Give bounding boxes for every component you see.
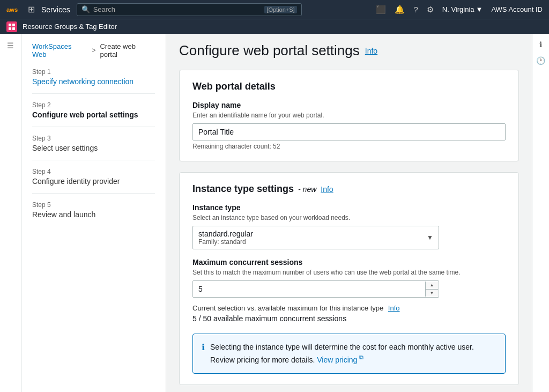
region-selector[interactable]: N. Virginia ▼ — [442, 5, 483, 13]
instance-info-link[interactable]: Info — [321, 185, 333, 194]
instance-type-select-wrapper: standard.regular Family: standard ▼ — [192, 226, 439, 249]
step-3-label: Step 3 — [32, 135, 155, 142]
settings-icon[interactable]: ⚙ — [427, 5, 434, 14]
help-icon[interactable]: ? — [413, 5, 418, 14]
current-selection-prefix: Current selection vs. available maximum … — [192, 304, 383, 312]
svg-rect-4 — [12, 27, 15, 30]
view-pricing-link[interactable]: View pricing ⧉ — [317, 356, 363, 364]
terminal-icon[interactable]: ⬛ — [376, 5, 386, 14]
right-panel: ℹ 🕐 — [532, 34, 549, 392]
step-item-4: Step 4 Configure identity provider — [32, 168, 155, 194]
step-3-name: Select user settings — [32, 144, 155, 152]
breadcrumb-current: Create web portal — [100, 42, 155, 58]
current-selection-row: Current selection vs. available maximum … — [192, 304, 506, 312]
select-value: standard.regular — [198, 230, 253, 238]
max-sessions-section: Maximum concurrent sessions Set this to … — [192, 258, 506, 298]
info-box-text: Selecting the instance type will determi… — [210, 342, 496, 366]
page-info-link[interactable]: Info — [365, 47, 377, 55]
web-portal-details-card: Web portal details Display name Enter an… — [179, 70, 519, 161]
step-2-label: Step 2 — [32, 101, 155, 109]
info-box: ℹ Selecting the instance type will deter… — [192, 334, 506, 374]
page-title-row: Configure web portal settings Info — [179, 42, 519, 59]
char-count: Remaining character count: 52 — [192, 143, 506, 150]
step-4-label: Step 4 — [32, 168, 155, 175]
breadcrumb-parent[interactable]: WorkSpaces Web — [32, 42, 87, 58]
step-5-label: Step 5 — [32, 201, 155, 209]
instance-type-label: Instance type — [192, 203, 506, 212]
available-count: 5 / 50 available maximum concurrent sess… — [192, 314, 506, 323]
search-shortcut: [Option+S] — [264, 6, 296, 13]
step-item-2: Step 2 Configure web portal settings — [32, 101, 155, 127]
breadcrumb-separator: > — [92, 47, 95, 54]
instance-card-title: Instance type settings — [192, 183, 294, 195]
web-portal-details-title: Web portal details — [192, 81, 506, 92]
region-chevron: ▼ — [476, 5, 483, 13]
stepper-up-button[interactable]: ▲ — [426, 282, 438, 290]
external-link-icon: ⧉ — [359, 354, 363, 360]
select-sub: Family: standard — [198, 238, 253, 246]
max-sessions-stepper-wrapper: ▲ ▼ — [192, 280, 439, 298]
region-label: N. Virginia — [442, 5, 474, 13]
search-icon: 🔍 — [81, 5, 90, 13]
new-badge: - new — [298, 185, 316, 194]
instance-type-card: Instance type settings - new Info Instan… — [179, 172, 519, 385]
display-name-input[interactable] — [192, 123, 506, 140]
step-5-name: Review and launch — [32, 210, 155, 219]
sub-nav: Resource Groups & Tag Editor — [0, 19, 549, 34]
right-panel-info-icon[interactable]: ℹ — [539, 40, 542, 49]
main-content: Configure web portal settings Info Web p… — [166, 34, 532, 392]
svg-rect-1 — [9, 24, 11, 26]
resource-groups-logo — [6, 21, 17, 32]
sidebar-toggle[interactable]: ☰ — [0, 34, 21, 392]
display-name-label: Display name — [192, 101, 506, 109]
search-bar: 🔍 [Option+S] — [77, 3, 302, 16]
right-panel-clock-icon[interactable]: 🕐 — [536, 56, 545, 65]
sub-nav-title: Resource Groups & Tag Editor — [23, 23, 117, 31]
max-sessions-input[interactable] — [192, 280, 439, 298]
max-sessions-label: Maximum concurrent sessions — [192, 258, 506, 267]
top-nav: aws ⊞ Services 🔍 [Option+S] ⬛ 🔔 ? ⚙ N. V… — [0, 0, 549, 19]
step-sidebar: WorkSpaces Web > Create web portal Step … — [21, 34, 166, 392]
nav-icons: ⬛ 🔔 ? ⚙ N. Virginia ▼ AWS Account ID — [376, 5, 543, 14]
select-box-content: standard.regular Family: standard — [198, 230, 253, 246]
step-1-name[interactable]: Specify networking connection — [32, 77, 155, 86]
step-item-3: Step 3 Select user settings — [32, 135, 155, 160]
svg-rect-3 — [9, 27, 11, 30]
aws-logo: aws — [6, 5, 21, 14]
step-item-1: Step 1 Specify networking connection — [32, 68, 155, 94]
instance-type-select[interactable]: standard.regular Family: standard ▼ — [192, 226, 439, 249]
breadcrumb: WorkSpaces Web > Create web portal — [32, 42, 155, 58]
page-title: Configure web portal settings — [179, 42, 360, 59]
search-input[interactable] — [93, 5, 262, 13]
step-item-5: Step 5 Review and launch — [32, 201, 155, 226]
stepper-down-button[interactable]: ▼ — [426, 290, 438, 297]
current-info-link[interactable]: Info — [388, 304, 400, 312]
max-sessions-hint: Set this to match the maximum number of … — [192, 269, 506, 276]
svg-rect-2 — [12, 24, 15, 26]
step-4-name: Configure identity provider — [32, 177, 155, 186]
instance-type-hint: Select an instance type based on your wo… — [192, 214, 506, 221]
instance-title-row: Instance type settings - new Info — [192, 183, 506, 195]
select-arrow-icon: ▼ — [427, 234, 433, 241]
svg-text:aws: aws — [6, 6, 18, 13]
grid-icon[interactable]: ⊞ — [28, 4, 35, 14]
account-button[interactable]: AWS Account ID — [491, 5, 543, 13]
step-1-label: Step 1 — [32, 68, 155, 76]
bell-icon[interactable]: 🔔 — [395, 5, 405, 14]
display-name-hint: Enter an identifiable name for your web … — [192, 112, 506, 119]
info-icon: ℹ — [202, 342, 205, 352]
page-layout: ☰ WorkSpaces Web > Create web portal Ste… — [0, 34, 549, 392]
services-button[interactable]: Services — [41, 5, 70, 14]
step-2-name: Configure web portal settings — [32, 110, 155, 119]
stepper-buttons: ▲ ▼ — [425, 282, 438, 297]
